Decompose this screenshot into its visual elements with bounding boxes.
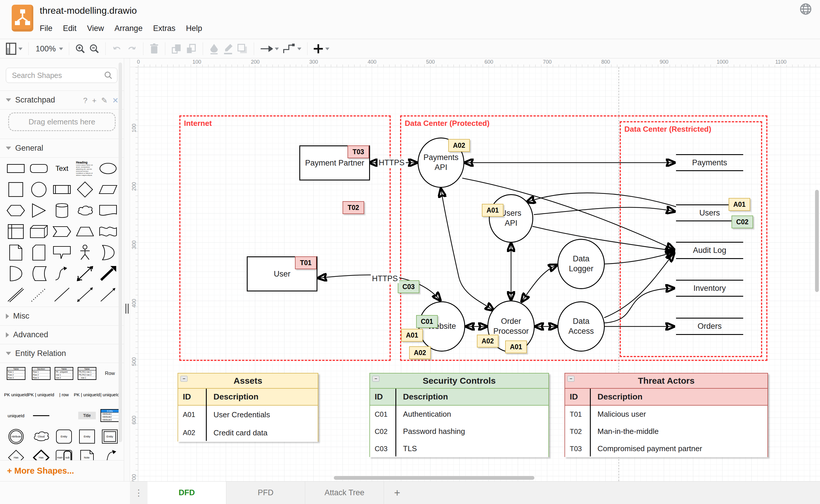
shape-er-table-fk[interactable]: TablePK,FK1 row 1PK,FK2 row 2 row 1 xyxy=(74,364,100,383)
shape-directional-line[interactable] xyxy=(97,286,120,304)
shape-er-attr-2[interactable]: | row xyxy=(54,385,74,404)
shape-two-way-line[interactable] xyxy=(74,286,97,304)
edge-8[interactable] xyxy=(534,207,674,215)
shape-er-uniqueid[interactable]: uniqueId xyxy=(4,406,28,425)
shape-circle[interactable] xyxy=(27,180,50,199)
shape-arrow[interactable] xyxy=(97,265,120,283)
shape-note[interactable] xyxy=(4,244,27,262)
store-audit-log[interactable]: Audit Log xyxy=(676,242,743,259)
redo-button[interactable] xyxy=(124,41,139,56)
scratchpad-edit-icon[interactable]: ✎ xyxy=(101,96,107,105)
scratchpad-close-icon[interactable]: ✕ xyxy=(112,96,119,105)
page-tab-attack-tree[interactable]: Attack Tree xyxy=(305,482,384,504)
node-users-api[interactable]: Users API xyxy=(489,194,533,243)
table-threat-actors[interactable]: −Threat ActorsIDDescriptionT01Malicious … xyxy=(564,373,768,457)
badge-a02[interactable]: A02 xyxy=(477,335,498,347)
shape-data-storage[interactable] xyxy=(27,265,50,283)
table-security-controls[interactable]: −Security ControlsIDDescriptionC01Authen… xyxy=(369,373,549,457)
shape-double-line[interactable] xyxy=(4,286,27,304)
node-data-access[interactable]: Data Access xyxy=(557,301,605,352)
search-input[interactable] xyxy=(6,68,117,83)
badge-c01[interactable]: C01 xyxy=(416,315,438,328)
store-payments[interactable]: Payments xyxy=(676,154,743,171)
shape-bidirectional-arrow[interactable] xyxy=(74,265,97,283)
delete-button[interactable] xyxy=(147,41,161,56)
menu-arrange[interactable]: Arrange xyxy=(114,24,143,33)
shape-er-entity-rounded[interactable]: Entity xyxy=(54,427,74,446)
edge-11[interactable] xyxy=(532,226,674,251)
badge-a02[interactable]: A02 xyxy=(409,346,431,359)
undo-button[interactable] xyxy=(110,41,124,56)
zoom-level-button[interactable]: 100% xyxy=(33,41,65,56)
shape-er-title-box[interactable]: Title xyxy=(74,406,100,425)
badge-t01[interactable]: T01 xyxy=(295,256,317,269)
table-row[interactable]: A02Credit card data xyxy=(178,424,318,442)
sidebar-resize-gutter[interactable] xyxy=(124,58,130,481)
shape-er-spacer[interactable] xyxy=(54,406,74,425)
shape-er-attr-3[interactable]: PK | uniqueId xyxy=(74,385,100,404)
shape-er-cloud[interactable]: Cloud xyxy=(28,427,54,446)
to-front-button[interactable] xyxy=(169,41,184,56)
table-row[interactable]: A01User Credentials xyxy=(178,406,318,424)
section-entity-relation[interactable]: Entity Relation xyxy=(0,344,124,363)
badge-a02[interactable]: A02 xyxy=(448,139,470,152)
waypoint-style-button[interactable] xyxy=(281,41,303,56)
badge-t03[interactable]: T03 xyxy=(348,145,369,158)
shape-line[interactable] xyxy=(50,286,73,304)
collapse-icon[interactable]: − xyxy=(372,376,379,382)
shape-er-attribute[interactable]: Attribute xyxy=(4,427,28,446)
shape-er-link-line[interactable] xyxy=(28,406,54,425)
shape-actor[interactable] xyxy=(74,244,97,262)
shape-er-entity-double[interactable]: Entity xyxy=(100,427,120,446)
badge-a01[interactable]: A01 xyxy=(729,198,750,211)
table-row[interactable]: C01Authentication xyxy=(370,406,548,423)
shape-and[interactable] xyxy=(4,265,27,283)
store-orders[interactable]: Orders xyxy=(676,318,743,335)
view-panels-button[interactable] xyxy=(4,41,24,56)
menu-view[interactable]: View xyxy=(87,24,104,33)
badge-t02[interactable]: T02 xyxy=(343,201,364,214)
fill-color-button[interactable] xyxy=(207,41,221,56)
edge-9[interactable] xyxy=(527,193,676,207)
store-inventory[interactable]: Inventory xyxy=(676,280,743,297)
shape-document[interactable] xyxy=(97,201,120,220)
table-row[interactable]: T03Compromised payment partner xyxy=(565,440,767,457)
to-back-button[interactable] xyxy=(184,41,199,56)
shape-er-attr-4[interactable]: | uniqueId xyxy=(100,385,120,404)
shape-triangle[interactable] xyxy=(27,201,50,220)
page-tab-pfd[interactable]: PFD xyxy=(226,482,305,504)
shape-er-section[interactable]: SectionRow 1Row 2Row 3 xyxy=(28,364,54,383)
badge-a01[interactable]: A01 xyxy=(505,340,527,353)
insert-button[interactable] xyxy=(312,41,331,56)
sidebar-scrollbar[interactable] xyxy=(119,62,122,442)
connection-style-button[interactable] xyxy=(258,41,281,56)
collapse-icon[interactable]: − xyxy=(180,376,187,382)
table-row[interactable]: T01Malicious user xyxy=(565,406,767,423)
shape-parallelogram[interactable] xyxy=(97,180,120,199)
shape-cube[interactable] xyxy=(27,223,50,241)
shape-rounded-rectangle[interactable] xyxy=(27,159,50,178)
badge-a01[interactable]: A01 xyxy=(482,204,503,217)
table-row[interactable]: T02Man-in-the-middle xyxy=(565,423,767,440)
diagram-canvas[interactable]: InternetData Center (Protected)Data Cent… xyxy=(138,67,820,481)
menu-help[interactable]: Help xyxy=(186,24,202,33)
table-row[interactable]: C03TLS xyxy=(370,440,548,457)
edge-12[interactable] xyxy=(605,252,674,264)
menu-edit[interactable]: Edit xyxy=(63,24,77,33)
line-color-button[interactable] xyxy=(221,41,235,56)
shape-er-attr-1[interactable]: PK | uniqueId xyxy=(28,385,54,404)
edge-7[interactable] xyxy=(522,265,557,301)
shape-er-entity-square[interactable]: Entity xyxy=(74,427,100,446)
page-tab-dfd[interactable]: DFD xyxy=(147,482,226,504)
shape-cylinder[interactable] xyxy=(50,201,73,220)
shape-er-attr-0[interactable]: PK uniqueId xyxy=(4,385,28,404)
shadow-button[interactable] xyxy=(235,41,250,56)
scratchpad-add-icon[interactable]: + xyxy=(92,96,96,105)
shape-dotted-line[interactable] xyxy=(27,286,50,304)
shape-curve[interactable] xyxy=(50,265,73,283)
shape-step[interactable] xyxy=(50,223,73,241)
shape-trapezoid[interactable] xyxy=(74,223,97,241)
shape-tape[interactable] xyxy=(97,223,120,241)
language-globe-icon[interactable] xyxy=(799,2,812,16)
section-misc[interactable]: Misc xyxy=(0,307,124,325)
